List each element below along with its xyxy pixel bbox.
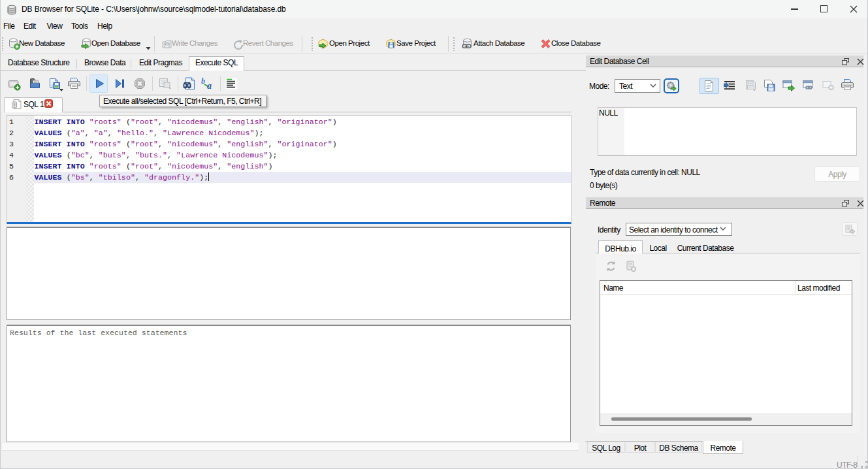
svg-text:a: a [207, 81, 212, 90]
